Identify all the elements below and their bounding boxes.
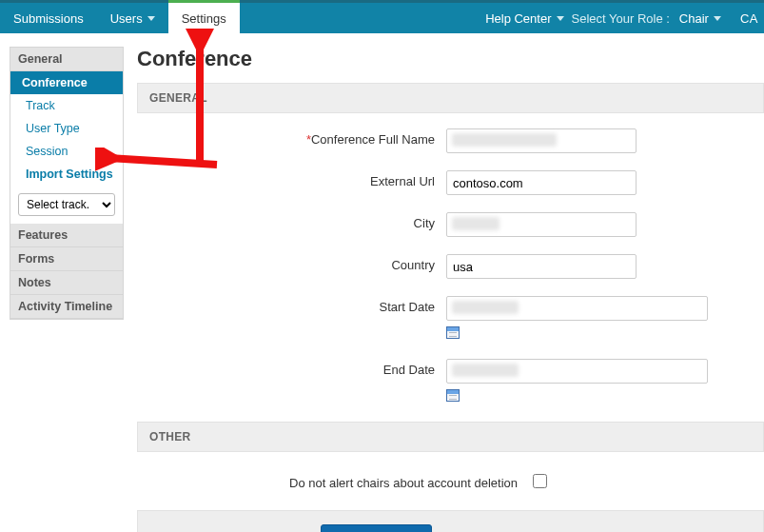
nav-settings[interactable]: Settings xyxy=(168,0,240,33)
label-start-date: Start Date xyxy=(137,296,446,314)
section-header-general: GENERAL xyxy=(137,83,764,113)
sidebar-item-import-settings[interactable]: Import Settings xyxy=(10,163,123,186)
chevron-down-icon xyxy=(147,16,155,21)
calendar-icon[interactable] xyxy=(446,326,460,339)
actions-bar: Save changes Cancel xyxy=(137,510,764,532)
input-end-date[interactable] xyxy=(446,359,708,384)
label-full-name: *Conference Full Name xyxy=(137,128,446,147)
input-country[interactable] xyxy=(446,254,637,279)
chevron-down-icon xyxy=(557,16,564,21)
nav-help-center[interactable]: Help Center xyxy=(478,11,571,26)
label-external-url: External Url xyxy=(137,170,446,188)
label-no-alert: Do not alert chairs about account deleti… xyxy=(137,472,529,490)
sidebar-group-activity[interactable]: Activity Timeline xyxy=(10,295,123,319)
calendar-icon[interactable] xyxy=(446,389,460,402)
input-start-date[interactable] xyxy=(446,296,708,321)
top-navbar: Submissions Users Settings Help Center S… xyxy=(0,3,764,33)
nav-submissions[interactable]: Submissions xyxy=(0,3,97,33)
section-header-other: OTHER xyxy=(137,422,764,452)
input-full-name[interactable] xyxy=(446,128,637,153)
label-country: Country xyxy=(137,254,446,272)
sidebar-item-track[interactable]: Track xyxy=(10,94,123,117)
sidebar-group-features[interactable]: Features xyxy=(10,224,123,247)
input-city[interactable] xyxy=(446,212,637,237)
label-city: City xyxy=(137,212,446,230)
checkbox-no-alert[interactable] xyxy=(533,474,547,488)
nav-users[interactable]: Users xyxy=(97,3,168,33)
role-label: Select Your Role : xyxy=(572,11,670,26)
sidebar-item-session[interactable]: Session xyxy=(10,140,123,163)
page-title: Conference xyxy=(137,47,764,71)
sidebar-item-conference[interactable]: Conference xyxy=(10,71,123,94)
nav-ca[interactable]: CA xyxy=(740,11,758,26)
sidebar-group-general: General xyxy=(10,48,123,71)
track-select[interactable]: Select track. xyxy=(18,193,115,216)
sidebar: General Conference Track User Type Sessi… xyxy=(10,47,124,320)
sidebar-group-notes[interactable]: Notes xyxy=(10,271,123,295)
sidebar-group-forms[interactable]: Forms xyxy=(10,247,123,271)
chevron-down-icon xyxy=(714,16,721,21)
save-button[interactable]: Save changes xyxy=(321,524,432,532)
input-external-url[interactable] xyxy=(446,170,637,195)
sidebar-item-user-type[interactable]: User Type xyxy=(10,117,123,140)
role-selector[interactable]: Chair xyxy=(679,11,721,26)
label-end-date: End Date xyxy=(137,359,446,377)
